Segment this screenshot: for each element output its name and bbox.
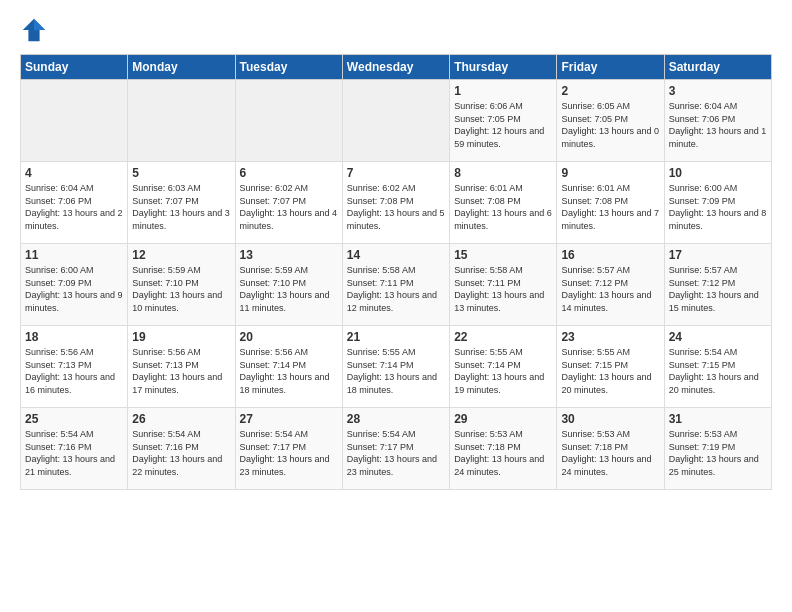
- day-cell: 4Sunrise: 6:04 AMSunset: 7:06 PMDaylight…: [21, 162, 128, 244]
- week-row-2: 4Sunrise: 6:04 AMSunset: 7:06 PMDaylight…: [21, 162, 772, 244]
- day-info: Sunrise: 5:54 AMSunset: 7:16 PMDaylight:…: [25, 428, 123, 478]
- svg-marker-1: [34, 19, 45, 30]
- day-number: 4: [25, 166, 123, 180]
- day-cell: 20Sunrise: 5:56 AMSunset: 7:14 PMDayligh…: [235, 326, 342, 408]
- logo-icon: [20, 16, 48, 44]
- day-cell: 22Sunrise: 5:55 AMSunset: 7:14 PMDayligh…: [450, 326, 557, 408]
- day-info: Sunrise: 5:59 AMSunset: 7:10 PMDaylight:…: [240, 264, 338, 314]
- day-cell: 5Sunrise: 6:03 AMSunset: 7:07 PMDaylight…: [128, 162, 235, 244]
- day-info: Sunrise: 5:54 AMSunset: 7:17 PMDaylight:…: [347, 428, 445, 478]
- day-info: Sunrise: 6:05 AMSunset: 7:05 PMDaylight:…: [561, 100, 659, 150]
- day-number: 18: [25, 330, 123, 344]
- day-cell: [235, 80, 342, 162]
- day-number: 13: [240, 248, 338, 262]
- day-cell: 16Sunrise: 5:57 AMSunset: 7:12 PMDayligh…: [557, 244, 664, 326]
- day-number: 29: [454, 412, 552, 426]
- day-info: Sunrise: 5:59 AMSunset: 7:10 PMDaylight:…: [132, 264, 230, 314]
- day-cell: 7Sunrise: 6:02 AMSunset: 7:08 PMDaylight…: [342, 162, 449, 244]
- col-header-tuesday: Tuesday: [235, 55, 342, 80]
- day-info: Sunrise: 6:04 AMSunset: 7:06 PMDaylight:…: [669, 100, 767, 150]
- day-cell: 18Sunrise: 5:56 AMSunset: 7:13 PMDayligh…: [21, 326, 128, 408]
- day-number: 17: [669, 248, 767, 262]
- day-cell: [128, 80, 235, 162]
- day-number: 20: [240, 330, 338, 344]
- day-number: 9: [561, 166, 659, 180]
- day-info: Sunrise: 6:01 AMSunset: 7:08 PMDaylight:…: [454, 182, 552, 232]
- logo: [20, 16, 52, 44]
- col-header-wednesday: Wednesday: [342, 55, 449, 80]
- day-number: 10: [669, 166, 767, 180]
- day-number: 30: [561, 412, 659, 426]
- day-number: 11: [25, 248, 123, 262]
- col-header-friday: Friday: [557, 55, 664, 80]
- day-number: 15: [454, 248, 552, 262]
- day-info: Sunrise: 6:00 AMSunset: 7:09 PMDaylight:…: [25, 264, 123, 314]
- day-info: Sunrise: 5:54 AMSunset: 7:17 PMDaylight:…: [240, 428, 338, 478]
- day-info: Sunrise: 5:55 AMSunset: 7:15 PMDaylight:…: [561, 346, 659, 396]
- day-number: 6: [240, 166, 338, 180]
- day-number: 21: [347, 330, 445, 344]
- day-info: Sunrise: 5:56 AMSunset: 7:14 PMDaylight:…: [240, 346, 338, 396]
- calendar-table: SundayMondayTuesdayWednesdayThursdayFrid…: [20, 54, 772, 490]
- day-cell: 29Sunrise: 5:53 AMSunset: 7:18 PMDayligh…: [450, 408, 557, 490]
- day-cell: 3Sunrise: 6:04 AMSunset: 7:06 PMDaylight…: [664, 80, 771, 162]
- day-number: 7: [347, 166, 445, 180]
- day-info: Sunrise: 5:58 AMSunset: 7:11 PMDaylight:…: [347, 264, 445, 314]
- col-header-saturday: Saturday: [664, 55, 771, 80]
- day-number: 23: [561, 330, 659, 344]
- day-cell: 13Sunrise: 5:59 AMSunset: 7:10 PMDayligh…: [235, 244, 342, 326]
- day-cell: 6Sunrise: 6:02 AMSunset: 7:07 PMDaylight…: [235, 162, 342, 244]
- day-cell: 24Sunrise: 5:54 AMSunset: 7:15 PMDayligh…: [664, 326, 771, 408]
- day-info: Sunrise: 5:56 AMSunset: 7:13 PMDaylight:…: [25, 346, 123, 396]
- day-cell: 31Sunrise: 5:53 AMSunset: 7:19 PMDayligh…: [664, 408, 771, 490]
- col-header-thursday: Thursday: [450, 55, 557, 80]
- day-info: Sunrise: 6:01 AMSunset: 7:08 PMDaylight:…: [561, 182, 659, 232]
- day-number: 27: [240, 412, 338, 426]
- day-info: Sunrise: 5:56 AMSunset: 7:13 PMDaylight:…: [132, 346, 230, 396]
- day-cell: [21, 80, 128, 162]
- day-number: 16: [561, 248, 659, 262]
- page: SundayMondayTuesdayWednesdayThursdayFrid…: [0, 0, 792, 612]
- header-row: SundayMondayTuesdayWednesdayThursdayFrid…: [21, 55, 772, 80]
- day-number: 14: [347, 248, 445, 262]
- day-info: Sunrise: 5:54 AMSunset: 7:15 PMDaylight:…: [669, 346, 767, 396]
- day-cell: 26Sunrise: 5:54 AMSunset: 7:16 PMDayligh…: [128, 408, 235, 490]
- day-info: Sunrise: 6:06 AMSunset: 7:05 PMDaylight:…: [454, 100, 552, 150]
- day-cell: 28Sunrise: 5:54 AMSunset: 7:17 PMDayligh…: [342, 408, 449, 490]
- day-cell: 2Sunrise: 6:05 AMSunset: 7:05 PMDaylight…: [557, 80, 664, 162]
- day-number: 8: [454, 166, 552, 180]
- calendar-header: SundayMondayTuesdayWednesdayThursdayFrid…: [21, 55, 772, 80]
- day-cell: [342, 80, 449, 162]
- calendar-body: 1Sunrise: 6:06 AMSunset: 7:05 PMDaylight…: [21, 80, 772, 490]
- day-number: 31: [669, 412, 767, 426]
- day-cell: 27Sunrise: 5:54 AMSunset: 7:17 PMDayligh…: [235, 408, 342, 490]
- day-number: 12: [132, 248, 230, 262]
- day-info: Sunrise: 5:53 AMSunset: 7:18 PMDaylight:…: [561, 428, 659, 478]
- day-cell: 21Sunrise: 5:55 AMSunset: 7:14 PMDayligh…: [342, 326, 449, 408]
- week-row-5: 25Sunrise: 5:54 AMSunset: 7:16 PMDayligh…: [21, 408, 772, 490]
- day-number: 22: [454, 330, 552, 344]
- day-number: 2: [561, 84, 659, 98]
- day-number: 3: [669, 84, 767, 98]
- day-number: 5: [132, 166, 230, 180]
- day-info: Sunrise: 6:04 AMSunset: 7:06 PMDaylight:…: [25, 182, 123, 232]
- day-cell: 17Sunrise: 5:57 AMSunset: 7:12 PMDayligh…: [664, 244, 771, 326]
- day-cell: 14Sunrise: 5:58 AMSunset: 7:11 PMDayligh…: [342, 244, 449, 326]
- week-row-4: 18Sunrise: 5:56 AMSunset: 7:13 PMDayligh…: [21, 326, 772, 408]
- day-info: Sunrise: 5:55 AMSunset: 7:14 PMDaylight:…: [347, 346, 445, 396]
- day-info: Sunrise: 5:53 AMSunset: 7:19 PMDaylight:…: [669, 428, 767, 478]
- day-cell: 23Sunrise: 5:55 AMSunset: 7:15 PMDayligh…: [557, 326, 664, 408]
- day-cell: 30Sunrise: 5:53 AMSunset: 7:18 PMDayligh…: [557, 408, 664, 490]
- day-number: 19: [132, 330, 230, 344]
- day-cell: 10Sunrise: 6:00 AMSunset: 7:09 PMDayligh…: [664, 162, 771, 244]
- day-number: 24: [669, 330, 767, 344]
- day-info: Sunrise: 5:57 AMSunset: 7:12 PMDaylight:…: [561, 264, 659, 314]
- day-number: 28: [347, 412, 445, 426]
- col-header-monday: Monday: [128, 55, 235, 80]
- header: [20, 16, 772, 44]
- day-cell: 19Sunrise: 5:56 AMSunset: 7:13 PMDayligh…: [128, 326, 235, 408]
- day-cell: 1Sunrise: 6:06 AMSunset: 7:05 PMDaylight…: [450, 80, 557, 162]
- day-info: Sunrise: 5:54 AMSunset: 7:16 PMDaylight:…: [132, 428, 230, 478]
- day-info: Sunrise: 5:55 AMSunset: 7:14 PMDaylight:…: [454, 346, 552, 396]
- day-info: Sunrise: 5:57 AMSunset: 7:12 PMDaylight:…: [669, 264, 767, 314]
